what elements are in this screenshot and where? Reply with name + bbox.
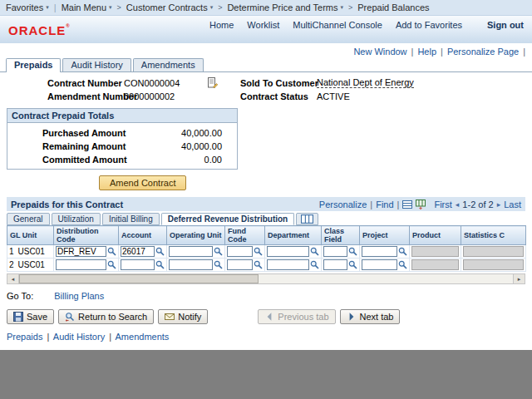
save-button[interactable]: Save bbox=[7, 309, 54, 324]
breadcrumb: Favorites▾ | Main Menu▾ > Customer Contr… bbox=[0, 0, 532, 16]
lookup-icon[interactable] bbox=[254, 247, 263, 256]
breadcrumb-separator-icon: > bbox=[117, 3, 121, 12]
breadcrumb-main-menu[interactable]: Main Menu▾ bbox=[62, 2, 112, 12]
contract-notes-icon[interactable] bbox=[207, 77, 218, 88]
distribution-code-input[interactable] bbox=[56, 259, 106, 270]
grid-tab-utilization[interactable]: Utilization bbox=[52, 213, 101, 225]
operating-unit-input[interactable] bbox=[169, 246, 213, 257]
tab-amendments[interactable]: Amendments bbox=[133, 58, 204, 71]
lookup-icon[interactable] bbox=[107, 247, 116, 256]
breadcrumb-current-page: Prepaid Balances bbox=[357, 2, 429, 12]
header-link-multichannel-console[interactable]: MultiChannel Console bbox=[293, 20, 382, 30]
purchased-amount-label: Purchased Amount bbox=[42, 128, 126, 139]
lookup-icon[interactable] bbox=[398, 260, 407, 269]
amendment-number-value: 0000000002 bbox=[124, 91, 204, 101]
tab-prepaids[interactable]: Prepaids bbox=[6, 58, 61, 72]
breadcrumb-customer-contracts[interactable]: Customer Contracts▾ bbox=[126, 2, 213, 12]
lookup-icon[interactable] bbox=[348, 260, 357, 269]
gl-unit-cell: 1USC01 bbox=[7, 245, 54, 259]
next-rows-icon[interactable]: ▸ bbox=[497, 200, 501, 209]
download-grid-icon[interactable] bbox=[416, 200, 426, 209]
operating-unit-input[interactable] bbox=[169, 259, 213, 270]
footer-page-links: Prepaids | Audit History | Amendments bbox=[7, 332, 532, 342]
fund-code-input[interactable] bbox=[227, 246, 253, 257]
find-link[interactable]: Find bbox=[376, 200, 393, 209]
tab-audit-history[interactable]: Audit History bbox=[62, 58, 131, 71]
account-input[interactable] bbox=[121, 246, 155, 257]
go-to-label: Go To: bbox=[7, 291, 33, 301]
previous-tab-icon bbox=[264, 312, 274, 322]
save-icon bbox=[13, 312, 23, 322]
previous-tab-button[interactable]: Previous tab bbox=[258, 309, 335, 324]
department-input[interactable] bbox=[267, 246, 309, 257]
notify-button[interactable]: Notify bbox=[158, 309, 208, 324]
next-tab-button[interactable]: Next tab bbox=[340, 309, 401, 324]
gl-unit-value: USC01 bbox=[18, 247, 45, 256]
billing-plans-link[interactable]: Billing Plans bbox=[54, 291, 104, 301]
sold-to-customer-value[interactable]: National Dept of Energy bbox=[317, 77, 414, 88]
lookup-icon[interactable] bbox=[310, 247, 319, 256]
remaining-amount-row: Remaining Amount 40,000.00 bbox=[7, 140, 237, 153]
previous-rows-icon[interactable]: ◂ bbox=[456, 200, 460, 209]
personalize-link[interactable]: Personalize bbox=[319, 200, 367, 209]
col-header-department: Department bbox=[265, 226, 322, 245]
lookup-icon[interactable] bbox=[254, 260, 263, 269]
notify-icon bbox=[165, 312, 175, 322]
chevron-down-icon: ▾ bbox=[210, 4, 214, 11]
project-input[interactable] bbox=[362, 259, 397, 270]
row-number: 1 bbox=[9, 247, 14, 256]
divider: | bbox=[411, 47, 414, 57]
first-link[interactable]: First bbox=[434, 200, 451, 209]
footer-link-audit-history[interactable]: Audit History bbox=[53, 332, 105, 342]
registered-mark: ® bbox=[66, 23, 69, 28]
help-link[interactable]: Help bbox=[417, 47, 436, 57]
header-link-worklist[interactable]: Worklist bbox=[247, 20, 279, 30]
project-input[interactable] bbox=[362, 246, 397, 257]
contract-header: Contract Number CON0000004 Sold To Custo… bbox=[0, 72, 532, 101]
breadcrumb-favorites[interactable]: Favorites▾ bbox=[6, 2, 49, 12]
lookup-icon[interactable] bbox=[348, 247, 357, 256]
col-header-account: Account bbox=[119, 226, 167, 245]
footer-link-prepaids[interactable]: Prepaids bbox=[7, 332, 42, 342]
sign-out-link[interactable]: Sign out bbox=[487, 20, 524, 30]
view-all-icon[interactable] bbox=[402, 200, 412, 209]
amend-contract-button[interactable]: Amend Contract bbox=[99, 175, 186, 190]
chevron-down-icon: ▾ bbox=[341, 4, 344, 11]
header-link-home[interactable]: Home bbox=[209, 20, 234, 30]
breadcrumb-current-page-label: Prepaid Balances bbox=[357, 2, 429, 12]
class-field-input[interactable] bbox=[323, 246, 347, 257]
lookup-icon[interactable] bbox=[155, 247, 165, 256]
account-input[interactable] bbox=[121, 259, 155, 270]
row-range-text: 1-2 of 2 bbox=[462, 200, 493, 209]
last-link[interactable]: Last bbox=[504, 200, 521, 209]
grid-tab-initial-billing[interactable]: Initial Billing bbox=[102, 213, 160, 225]
lookup-icon[interactable] bbox=[107, 260, 116, 269]
grid-title: Prepaids for this Contract bbox=[11, 200, 123, 209]
lookup-icon[interactable] bbox=[155, 260, 165, 269]
breadcrumb-determine-price-and-terms[interactable]: Determine Price and Terms▾ bbox=[227, 2, 343, 12]
col-header-statistics-code: Statistics C bbox=[461, 226, 526, 245]
department-input[interactable] bbox=[267, 259, 309, 270]
new-window-link[interactable]: New Window bbox=[353, 47, 406, 57]
footer-link-amendments[interactable]: Amendments bbox=[116, 332, 170, 342]
show-all-columns-tab[interactable] bbox=[296, 213, 318, 225]
statistics-code-field-disabled bbox=[463, 246, 524, 257]
grid-tab-deferred-revenue-distribution[interactable]: Deferred Revenue Distribution bbox=[161, 213, 294, 225]
remaining-amount-label: Remaining Amount bbox=[42, 141, 126, 152]
lookup-icon[interactable] bbox=[214, 260, 223, 269]
lookup-icon[interactable] bbox=[398, 247, 407, 256]
scroll-left-button[interactable]: ◂ bbox=[7, 274, 19, 283]
grid-tab-general[interactable]: General bbox=[7, 213, 50, 225]
distribution-code-input[interactable] bbox=[56, 246, 106, 257]
class-field-input[interactable] bbox=[323, 259, 347, 270]
scrollbar-thumb[interactable] bbox=[19, 274, 259, 283]
fund-code-input[interactable] bbox=[227, 259, 253, 270]
personalize-page-link[interactable]: Personalize Page bbox=[447, 47, 519, 57]
lookup-icon[interactable] bbox=[310, 260, 319, 269]
header-link-add-to-favorites[interactable]: Add to Favorites bbox=[396, 20, 462, 30]
return-to-search-button[interactable]: Return to Search bbox=[58, 309, 154, 324]
lookup-icon[interactable] bbox=[214, 247, 223, 256]
scrollbar-track[interactable] bbox=[259, 274, 513, 283]
scroll-right-button[interactable]: ▸ bbox=[513, 274, 525, 283]
committed-amount-label: Committed Amount bbox=[42, 155, 127, 165]
